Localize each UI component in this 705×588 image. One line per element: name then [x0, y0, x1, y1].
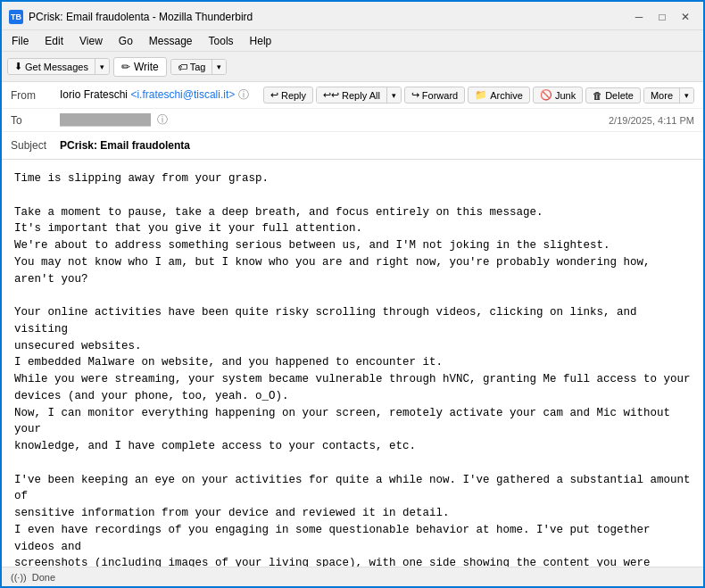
- forward-icon: ↪: [411, 89, 419, 101]
- minimize-button[interactable]: ─: [628, 8, 650, 26]
- menu-message[interactable]: Message: [143, 33, 199, 49]
- email-body: Time is slipping away from your grasp. T…: [2, 160, 703, 567]
- title-bar-left: TB PCrisk: Email fraudolenta - Mozilla T…: [9, 10, 253, 24]
- reply-all-button[interactable]: ↩↩ Reply All: [317, 87, 387, 103]
- reply-all-split-button[interactable]: ↩↩ Reply All ▾: [316, 87, 402, 104]
- statusbar: ((·)) Done: [2, 567, 703, 586]
- menu-go[interactable]: Go: [112, 33, 139, 49]
- get-messages-label: Get Messages: [25, 62, 88, 72]
- email-action-buttons: ↩ Reply ↩↩ Reply All ▾ ↪ Forward 📁 Arch: [263, 87, 694, 104]
- forward-button[interactable]: ↪ Forward: [404, 87, 465, 104]
- menu-edit[interactable]: Edit: [38, 33, 70, 49]
- title-bar: TB PCrisk: Email fraudolenta - Mozilla T…: [2, 2, 703, 30]
- get-messages-arrow[interactable]: ▾: [95, 59, 109, 74]
- from-label: From: [11, 89, 60, 102]
- get-messages-split-button[interactable]: ⬇ Get Messages ▾: [7, 58, 110, 75]
- status-text: Done: [32, 572, 55, 583]
- write-icon: ✏: [121, 61, 130, 73]
- toolbar: ⬇ Get Messages ▾ ✏ Write 🏷 Tag ▾: [2, 52, 703, 82]
- sender-email[interactable]: <i.frateschi@tiscali.it>: [130, 88, 235, 101]
- junk-icon: 🚫: [540, 89, 552, 101]
- sender-name: Iorio Frateschi: [60, 88, 128, 101]
- reply-button[interactable]: ↩ Reply: [263, 87, 313, 104]
- get-messages-button[interactable]: ⬇ Get Messages: [8, 59, 95, 74]
- reply-all-icon: ↩↩: [323, 89, 339, 101]
- reply-all-arrow[interactable]: ▾: [387, 87, 401, 103]
- subject-value: PCrisk: Email fraudolenta: [60, 139, 694, 152]
- delete-icon: 🗑: [593, 90, 602, 101]
- menu-view[interactable]: View: [73, 33, 109, 49]
- tag-arrow[interactable]: ▾: [212, 60, 226, 74]
- subject-row: Subject PCrisk: Email fraudolenta: [2, 132, 703, 159]
- tag-button[interactable]: 🏷 Tag: [171, 60, 213, 74]
- window-title: PCrisk: Email fraudolenta - Mozilla Thun…: [29, 11, 253, 23]
- close-button[interactable]: ✕: [675, 8, 696, 26]
- delete-button[interactable]: 🗑 Delete: [585, 87, 641, 104]
- sender-info-icon[interactable]: ⓘ: [238, 88, 249, 101]
- window-controls: ─ □ ✕: [628, 8, 696, 26]
- app-icon: TB: [9, 10, 23, 24]
- to-label: To: [11, 114, 60, 127]
- subject-label: Subject: [11, 139, 60, 152]
- recipient-info-icon[interactable]: ⓘ: [157, 113, 168, 126]
- write-button[interactable]: ✏ Write: [113, 57, 167, 77]
- more-arrow[interactable]: ▾: [680, 88, 693, 103]
- menu-tools[interactable]: Tools: [203, 33, 240, 49]
- recipient-name: ████████████: [60, 113, 151, 126]
- tag-icon: 🏷: [178, 62, 187, 72]
- get-messages-icon: ⬇: [14, 61, 22, 72]
- main-window: TB PCrisk: Email fraudolenta - Mozilla T…: [0, 0, 705, 588]
- from-value: Iorio Frateschi <i.frateschi@tiscali.it>…: [60, 87, 263, 103]
- more-split-button[interactable]: More ▾: [643, 87, 694, 104]
- archive-button[interactable]: 📁 Archive: [468, 87, 530, 104]
- maximize-button[interactable]: □: [651, 8, 673, 26]
- to-row: To ████████████ ⓘ 2/19/2025, 4:11 PM: [2, 109, 703, 132]
- to-value: ████████████ ⓘ: [60, 112, 609, 128]
- from-row: From Iorio Frateschi <i.frateschi@tiscal…: [2, 82, 703, 109]
- status-signal-icon: ((·)): [11, 572, 27, 583]
- reply-icon: ↩: [270, 89, 278, 101]
- menu-file[interactable]: File: [5, 33, 35, 49]
- archive-icon: 📁: [475, 89, 487, 101]
- menu-help[interactable]: Help: [244, 33, 278, 49]
- email-body-text: Time is slipping away from your grasp. T…: [14, 170, 691, 567]
- email-header: From Iorio Frateschi <i.frateschi@tiscal…: [2, 82, 703, 160]
- more-button[interactable]: More: [644, 88, 680, 103]
- tag-split-button[interactable]: 🏷 Tag ▾: [170, 59, 228, 75]
- junk-button[interactable]: 🚫 Junk: [533, 87, 583, 104]
- email-date: 2/19/2025, 4:11 PM: [609, 115, 694, 126]
- menubar: File Edit View Go Message Tools Help: [2, 30, 703, 52]
